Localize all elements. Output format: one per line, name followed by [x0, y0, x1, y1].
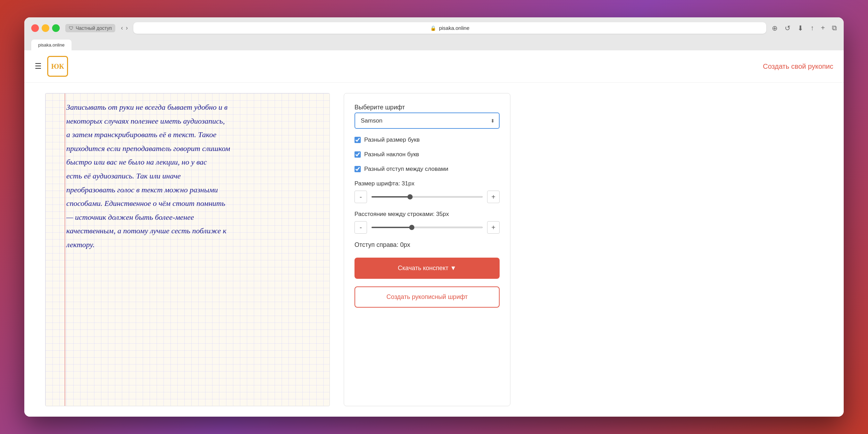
font-select-wrapper: Samson Arial Times New Roman ⬍ — [354, 112, 500, 129]
indent-section: Отступ справа: 0px — [354, 241, 500, 250]
forward-icon[interactable]: › — [126, 24, 128, 32]
checkbox-vary-spacing-label: Разный отступ между словами — [364, 166, 448, 173]
traffic-light-green[interactable] — [52, 24, 60, 32]
indent-label: Отступ справа: 0px — [354, 241, 500, 249]
right-panel: Выберите шрифт Samson Arial Times New Ro… — [344, 93, 510, 406]
checkbox-vary-size-row: Разный размер букв — [354, 136, 500, 143]
checkbox-vary-spacing-row: Разный отступ между словами — [354, 166, 500, 173]
minus-icon-2: - — [360, 224, 362, 232]
browser-chrome: 🛡 Частный доступ ‹ › 🔒 pisaka.online ⊕ ↺… — [24, 17, 844, 50]
font-size-slider-row: - + — [354, 191, 500, 203]
download-icon[interactable]: ⬇ — [798, 24, 803, 32]
app-content: ☰ ЮК Создать свой рукопис Записывать от … — [24, 50, 844, 417]
checkbox-vary-size-label: Разный размер букв — [364, 136, 420, 143]
plus-icon-2: + — [491, 224, 495, 232]
checkbox-vary-tilt-row: Разный наклон букв — [354, 151, 500, 158]
private-label: Частный доступ — [76, 25, 112, 31]
font-size-slider[interactable] — [371, 196, 483, 198]
checkbox-vary-spacing[interactable] — [354, 166, 361, 172]
notebook-content: Записывать от руки не всегда бывает удоб… — [45, 93, 329, 259]
private-badge: 🛡 Частный доступ — [65, 24, 115, 32]
lock-icon: 🔒 — [430, 25, 436, 31]
minus-icon: - — [360, 193, 362, 201]
line-spacing-plus-btn[interactable]: + — [487, 221, 500, 234]
font-size-minus-btn[interactable]: - — [354, 191, 367, 203]
traffic-light-yellow[interactable] — [42, 24, 49, 32]
font-size-section: Размер шрифта: 31px - + — [354, 180, 500, 203]
traffic-light-red[interactable] — [31, 24, 39, 32]
main-area: Записывать от руки не всегда бывает удоб… — [24, 83, 844, 417]
shield-icon: 🛡 — [69, 25, 74, 31]
checkbox-vary-tilt[interactable] — [354, 151, 361, 158]
create-handwriting-link[interactable]: Создать свой рукопис — [763, 62, 833, 70]
logo[interactable]: ЮК — [47, 56, 68, 77]
font-select[interactable]: Samson Arial Times New Roman — [354, 112, 500, 129]
back-icon[interactable]: ‹ — [121, 24, 123, 32]
header-left: ☰ ЮК — [35, 56, 68, 77]
browser-actions: ⊕ ↺ ⬇ ↑ + ⧉ — [772, 24, 837, 32]
line-spacing-slider[interactable] — [371, 227, 483, 228]
hamburger-icon[interactable]: ☰ — [35, 62, 42, 71]
windows-icon[interactable]: ⧉ — [832, 24, 837, 32]
notebook-area: Записывать от руки не всегда бывает удоб… — [45, 93, 330, 406]
download-button[interactable]: Скачать конспект ▼ — [354, 258, 500, 279]
new-tab-icon[interactable]: + — [821, 24, 825, 32]
tab-label: pisaka.online — [38, 42, 65, 48]
font-label: Выберите шрифт — [354, 104, 500, 111]
traffic-lights — [31, 24, 60, 32]
checkbox-vary-size[interactable] — [354, 137, 361, 143]
create-font-btn-label: Создать рукописный шрифт — [386, 293, 468, 300]
line-spacing-section: Расстояние между строками: 35px - + — [354, 211, 500, 234]
reload-icon[interactable]: ↺ — [785, 24, 791, 32]
create-font-button[interactable]: Создать рукописный шрифт — [354, 286, 500, 308]
font-size-label: Размер шрифта: 31px — [354, 180, 500, 187]
app-header: ☰ ЮК Создать свой рукопис — [24, 50, 844, 83]
browser-window: 🛡 Частный доступ ‹ › 🔒 pisaka.online ⊕ ↺… — [24, 17, 844, 417]
plus-icon: + — [491, 193, 495, 201]
url-text: pisaka.online — [439, 25, 469, 31]
browser-nav: ‹ › — [121, 24, 128, 32]
line-spacing-label: Расстояние между строками: 35px — [354, 211, 500, 218]
font-selector-section: Выберите шрифт Samson Arial Times New Ro… — [354, 104, 500, 129]
active-tab[interactable]: pisaka.online — [31, 40, 72, 50]
checkbox-vary-tilt-label: Разный наклон букв — [364, 151, 419, 158]
handwriting-text: Записывать от руки не всегда бывает удоб… — [66, 100, 316, 252]
line-spacing-slider-row: - + — [354, 221, 500, 234]
font-size-plus-btn[interactable]: + — [487, 191, 500, 203]
tab-bar: pisaka.online — [31, 38, 837, 50]
translate-icon[interactable]: ⊕ — [772, 24, 778, 32]
address-bar[interactable]: 🔒 pisaka.online — [133, 22, 766, 34]
share-icon[interactable]: ↑ — [810, 24, 814, 32]
line-spacing-minus-btn[interactable]: - — [354, 221, 367, 234]
download-btn-label: Скачать конспект ▼ — [398, 265, 456, 272]
logo-text: ЮК — [51, 62, 64, 70]
